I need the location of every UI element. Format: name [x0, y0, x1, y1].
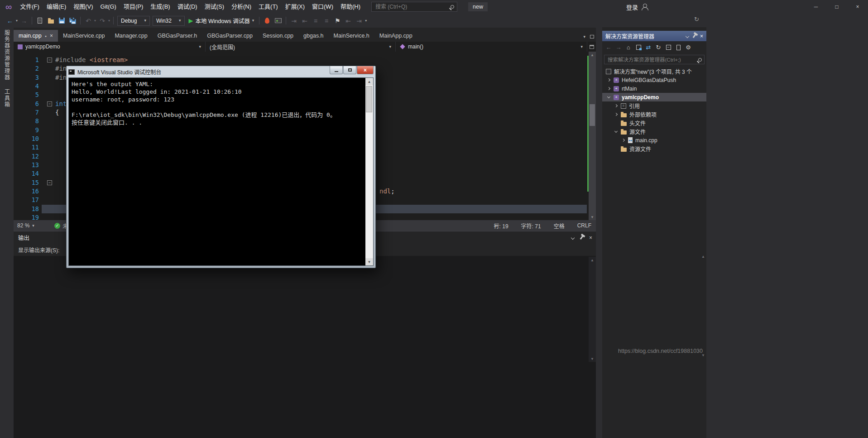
close-panel-icon[interactable]: × [700, 34, 703, 39]
chevron-collapsed-icon[interactable] [614, 113, 618, 116]
tab-session-cpp[interactable]: Session.cpp [258, 30, 298, 42]
fold-marker-icon[interactable]: − [47, 180, 52, 185]
minimize-button[interactable]: ─ [806, 0, 826, 14]
hot-reload-icon[interactable] [262, 15, 272, 26]
indent-icon[interactable]: ⇥ [289, 15, 299, 26]
fold-marker-icon[interactable]: − [47, 101, 52, 106]
chevron-collapsed-icon[interactable] [614, 104, 618, 107]
eol-indicator[interactable]: CRLF [577, 222, 591, 229]
sync-with-active-document-icon[interactable]: ⇄ [644, 43, 653, 52]
tab-mainservice-h[interactable]: MainService.h [329, 30, 374, 42]
console-scrollbar[interactable]: ▲ ▼ [365, 78, 373, 265]
refresh-icon[interactable]: ↻ [654, 43, 663, 52]
tree-item-main-cpp[interactable]: ++ main.cpp [602, 136, 706, 144]
console-maximize-button[interactable] [343, 66, 356, 74]
tree-item-source-files[interactable]: 源文件 [602, 127, 706, 136]
window-position-icon[interactable] [571, 236, 575, 239]
console-title-bar[interactable]: Microsoft Visual Studio 调试控制台 × [68, 66, 374, 77]
tab-gbgasparser-cpp[interactable]: GBGasParser.cpp [202, 30, 258, 42]
tab-mainapp-cpp[interactable]: MainApp.cpp [374, 30, 417, 42]
feedback-icon[interactable]: ↻ [694, 16, 699, 23]
home-icon[interactable]: ⌂ [624, 43, 633, 52]
collapse-all-icon[interactable]: − [664, 43, 673, 52]
tree-item-header-files[interactable]: 头文件 [602, 119, 706, 127]
console-minimize-button[interactable] [330, 66, 343, 74]
tab-mainservice-cpp[interactable]: MainService.cpp [58, 30, 110, 42]
back-icon[interactable]: ← [604, 43, 613, 52]
tree-item-resource-files[interactable]: 资源文件 [602, 144, 706, 153]
outdent-icon[interactable]: ⇤ [300, 15, 310, 26]
menu-item[interactable]: 工具(T) [255, 0, 282, 14]
menu-item[interactable]: 视图(V) [70, 0, 96, 14]
scroll-up-icon[interactable]: ▲ [365, 78, 373, 85]
save-icon[interactable] [57, 15, 67, 26]
menu-item[interactable]: 扩展(X) [282, 0, 308, 14]
menu-item[interactable]: 帮助(H) [337, 0, 364, 14]
tab-gbgasparser-h[interactable]: GBGasParser.h [153, 30, 202, 42]
navbar-toggle-button[interactable] [587, 42, 596, 52]
redo-icon[interactable]: ↷ [97, 15, 107, 26]
close-panel-icon[interactable]: × [589, 235, 592, 241]
tab-list-dropdown-icon[interactable]: ▾ [583, 35, 585, 39]
solution-search-input[interactable] [607, 57, 698, 63]
start-debugging-button[interactable]: ▶ 本地 Windows 调试器 ▾ [189, 16, 254, 25]
pin-icon[interactable] [580, 236, 584, 240]
column-indicator[interactable]: 字符: 71 [521, 222, 541, 230]
fold-marker-icon[interactable]: − [47, 58, 52, 63]
chevron-expanded-icon[interactable] [607, 95, 610, 98]
quick-search-input[interactable] [374, 3, 451, 10]
tab-manager-cpp[interactable]: Manager.cpp [110, 30, 152, 42]
forward-icon[interactable]: → [614, 43, 623, 52]
close-button[interactable]: × [847, 0, 868, 14]
search-icon[interactable] [698, 58, 702, 62]
scroll-up-icon[interactable]: ▲ [700, 254, 706, 259]
scope-dropdown[interactable]: (全局范围) ▾ [206, 42, 396, 52]
search-icon[interactable] [451, 5, 454, 9]
pin-icon[interactable] [693, 34, 696, 38]
uncomment-icon[interactable]: ≡ [321, 15, 331, 26]
navigate-back-dropdown-icon[interactable]: ▾ [16, 19, 18, 23]
undo-icon[interactable]: ↶ [83, 15, 93, 26]
menu-item[interactable]: 分析(N) [228, 0, 255, 14]
solution-platform-dropdown[interactable]: Win32 ▾ [153, 16, 185, 26]
tree-item-solution[interactable]: 解决方案“new”(3 个项目, 共 3 个 [602, 67, 706, 76]
float-window-icon[interactable] [590, 35, 594, 39]
tree-item-hefeigbgasdatapush[interactable]: + HefeiGBGasDataPush [602, 76, 706, 84]
menu-item[interactable]: 项目(P) [120, 0, 147, 14]
open-file-icon[interactable] [46, 15, 56, 26]
solution-explorer-scrollbar[interactable]: ▲ ▼ [700, 254, 706, 358]
scroll-down-icon[interactable]: ▼ [589, 356, 596, 362]
tab-gbgas-h[interactable]: gbgas.h [298, 30, 328, 42]
output-content[interactable]: ▲ ▼ [14, 256, 596, 438]
menu-item[interactable]: 生成(B) [147, 0, 173, 14]
chevron-collapsed-icon[interactable] [607, 87, 610, 90]
new-file-icon[interactable] [35, 15, 45, 26]
window-position-icon[interactable] [686, 34, 689, 38]
scrollbar-thumb[interactable] [366, 86, 372, 112]
show-all-files-icon[interactable] [674, 43, 683, 52]
server-explorer-tab[interactable]: 服务器资源管理器 [3, 30, 11, 81]
save-all-icon[interactable] [67, 15, 77, 26]
scrollbar-thumb[interactable] [590, 104, 595, 126]
undo-dropdown-icon[interactable]: ▾ [94, 19, 96, 23]
menu-item[interactable]: 文件(F) [16, 0, 43, 14]
tree-item-references[interactable]: ≡ 引用 [602, 101, 706, 110]
tree-item-rtmain[interactable]: + rtMain [602, 84, 706, 93]
toolbox-tab[interactable]: 工具箱 [3, 89, 11, 108]
scroll-down-icon[interactable]: ▼ [589, 214, 596, 220]
chevron-expanded-icon[interactable] [614, 129, 618, 132]
solution-search-box[interactable] [604, 55, 705, 64]
chevron-collapsed-icon[interactable] [622, 139, 625, 142]
zoom-dropdown[interactable]: 82 % ▾ [17, 220, 34, 231]
close-tab-icon[interactable]: × [50, 33, 53, 39]
next-bookmark-icon[interactable]: ⇥ [354, 15, 364, 26]
menu-item[interactable]: 窗口(W) [308, 0, 337, 14]
line-indicator[interactable]: 行: 19 [494, 222, 508, 230]
prev-bookmark-icon[interactable]: ⇤ [343, 15, 353, 26]
menu-item[interactable]: 编辑(E) [43, 0, 70, 14]
project-dropdown[interactable]: yamlcppDemo ▾ [14, 42, 206, 52]
toolbar-overflow-icon[interactable]: ▾ [365, 19, 367, 23]
menu-item[interactable]: 调试(D) [174, 0, 201, 14]
switch-views-icon[interactable] [634, 43, 643, 52]
scroll-up-icon[interactable]: ▲ [589, 52, 596, 58]
